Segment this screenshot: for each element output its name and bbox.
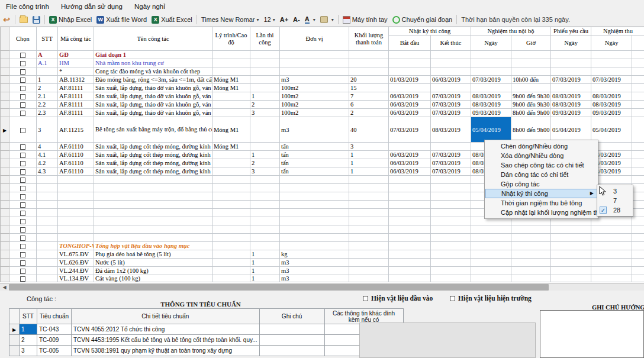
horizontal-scrollbar[interactable]: ◀	[0, 283, 644, 291]
cell-stt[interactable]	[37, 201, 58, 209]
fill-color-button[interactable]: ▾	[318, 14, 336, 25]
open-button[interactable]	[17, 14, 30, 25]
cell-ten-cong-tac[interactable]: Sản xuất, lắp dựng, tháo dỡ ván khuôn gỗ…	[94, 92, 212, 101]
cell-lan-thi-cong[interactable]	[250, 76, 280, 84]
cell-ngay-nghiem-thu[interactable]	[591, 67, 632, 76]
cell-bat-dau[interactable]: 01/03/2019	[389, 76, 431, 84]
bcell-tieu-chuan[interactable]: TC-009	[37, 335, 72, 346]
cell-gio-noi-bo[interactable]	[511, 275, 551, 282]
cell-chon[interactable]	[9, 275, 37, 282]
cell-chon[interactable]	[9, 234, 37, 242]
cell-ten-cong-tac[interactable]: Sản xuất, lắp dựng, tháo dỡ ván khuôn gỗ…	[94, 84, 212, 92]
cell-ly-trinh[interactable]: Móng M1	[212, 84, 250, 92]
cell-gio-noi-bo[interactable]	[511, 250, 551, 259]
font-decrease-button[interactable]: A-	[291, 14, 302, 25]
cell-stt[interactable]	[37, 275, 58, 282]
font-color-button[interactable]: A ▾	[302, 14, 318, 25]
cell-bat-dau[interactable]	[389, 234, 431, 242]
cell-ket-thuc[interactable]	[431, 275, 471, 282]
cell-gio-noi-bo[interactable]	[511, 242, 551, 250]
row-checkbox[interactable]	[20, 202, 25, 208]
bcell-chi-tiet[interactable]: TCVN 5308:1991 quy phạm kỹ thuật an toàn…	[72, 346, 260, 356]
cell-khoi-luong[interactable]	[349, 184, 389, 192]
bcell-tieu-chuan[interactable]: TC-043	[37, 324, 72, 335]
cell-ket-thuc[interactable]	[431, 242, 471, 250]
menu-huong-dan[interactable]: Hướng dẫn sử dụng	[55, 1, 128, 12]
cell-ngay-phieu[interactable]	[551, 225, 591, 234]
row-checkbox[interactable]	[20, 186, 25, 191]
cell-ten-cong-tac[interactable]: Sản xuất, lắp dựng, tháo dỡ ván khuôn gỗ…	[94, 101, 212, 109]
cell-lan-thi-cong[interactable]	[250, 217, 280, 225]
cell-ngay-phieu[interactable]: 08/03/2019	[551, 101, 591, 109]
cell-chon[interactable]	[9, 184, 37, 192]
context-menu-item[interactable]: Thời gian ngiệm thu bê tông	[485, 198, 597, 208]
cell-don-vi[interactable]	[280, 176, 349, 184]
cell-ma-cong-tac[interactable]: VL.626.ĐV	[58, 259, 94, 267]
cell-ten-cong-tac[interactable]: Nhà mầm non khu trung cư	[94, 59, 212, 67]
cell-ket-thuc[interactable]: 08/03/2019	[431, 117, 471, 143]
cell-ma-cong-tac[interactable]	[58, 234, 94, 242]
cell-bat-dau[interactable]	[389, 225, 431, 234]
cell-khoi-luong[interactable]	[349, 176, 389, 184]
cell-stt[interactable]: 2.1	[37, 92, 58, 101]
cell-chon[interactable]	[9, 92, 37, 101]
cell-don-vi[interactable]	[280, 209, 349, 217]
bcol-tieu-chuan[interactable]: Tiêu chuẩn	[37, 309, 72, 324]
cell-ket-thuc[interactable]: 07/03/2019	[431, 151, 471, 159]
cell-don-vi[interactable]	[280, 217, 349, 225]
cell-lan-thi-cong[interactable]	[250, 59, 280, 67]
cell-gio-noi-bo[interactable]: 8h00 đến 9h00	[511, 109, 551, 117]
cell-ket-thuc[interactable]	[431, 250, 471, 259]
cell-ma-cong-tac[interactable]: AF.61110	[58, 151, 94, 159]
cell-stt[interactable]: 2.2	[37, 101, 58, 109]
cell-chon[interactable]	[9, 167, 37, 176]
cell-ngay-phieu[interactable]	[551, 259, 591, 267]
cell-bat-dau[interactable]	[389, 209, 431, 217]
cell-bat-dau[interactable]: 06/03/2019	[389, 151, 431, 159]
row-checkbox[interactable]	[20, 269, 25, 274]
cell-bat-dau[interactable]	[389, 184, 431, 192]
cell-stt[interactable]: 4.1	[37, 151, 58, 159]
context-menu-item[interactable]: Chèn dòng/Nhiều dòng	[485, 141, 597, 151]
cell-lan-thi-cong[interactable]	[250, 51, 280, 59]
cell-bat-dau[interactable]	[389, 275, 431, 282]
cell-lan-thi-cong[interactable]: 1	[250, 151, 280, 159]
cell-stt[interactable]	[37, 176, 58, 184]
cell-ly-trinh[interactable]	[212, 151, 250, 159]
cell-ly-trinh[interactable]	[212, 259, 250, 267]
cell-don-vi[interactable]: 100m2	[280, 109, 349, 117]
cell-khoi-luong[interactable]: 1	[349, 159, 389, 167]
cell-khoi-luong[interactable]	[349, 267, 389, 275]
col-header-ly-trinh[interactable]: Lý trình/Cao độ	[212, 27, 250, 51]
cell-bat-dau[interactable]: 06/03/2019	[389, 109, 431, 117]
cell-stt[interactable]	[37, 250, 58, 259]
cell-lan-thi-cong[interactable]: 1	[250, 275, 280, 282]
cell-bat-dau[interactable]	[389, 201, 431, 209]
cell-don-vi[interactable]: tấn	[280, 167, 349, 176]
cell-chon[interactable]	[9, 242, 37, 250]
cell-don-vi[interactable]	[280, 242, 349, 250]
cell-ten-cong-tac[interactable]: Sản xuất, lắp dựng cốt thép móng, đường …	[94, 151, 212, 159]
cell-bat-dau[interactable]	[389, 143, 431, 151]
col-header-ngay-noi-bo[interactable]: Ngày	[471, 36, 511, 51]
cell-ngay-phieu[interactable]: 07/03/2019	[551, 76, 591, 84]
cell-stt[interactable]	[37, 209, 58, 217]
col-header-ma-cong-tac[interactable]: Mã công tác	[58, 27, 94, 51]
cell-khoi-luong[interactable]	[349, 250, 389, 259]
cell-ket-thuc[interactable]	[431, 192, 471, 201]
cell-lan-thi-cong[interactable]: 3	[250, 109, 280, 117]
cell-chon[interactable]	[9, 84, 37, 92]
cell-lan-thi-cong[interactable]: 1	[250, 92, 280, 101]
cell-don-vi[interactable]: tấn	[280, 151, 349, 159]
context-menu-item[interactable]: Gộp công tác	[485, 179, 597, 189]
cell-don-vi[interactable]: tấn	[280, 159, 349, 167]
cell-ly-trinh[interactable]	[212, 59, 250, 67]
cell-ket-thuc[interactable]	[431, 59, 471, 67]
cell-bat-dau[interactable]	[389, 259, 431, 267]
may-tinh-tay-button[interactable]: Máy tính tay	[340, 14, 390, 25]
row-checkbox[interactable]	[20, 161, 25, 166]
cell-ma-cong-tac[interactable]: AF.61110	[58, 143, 94, 151]
cell-ma-cong-tac[interactable]	[58, 225, 94, 234]
col-header-don-vi[interactable]: Đơn vị	[280, 27, 349, 51]
cell-bat-dau[interactable]	[389, 59, 431, 67]
